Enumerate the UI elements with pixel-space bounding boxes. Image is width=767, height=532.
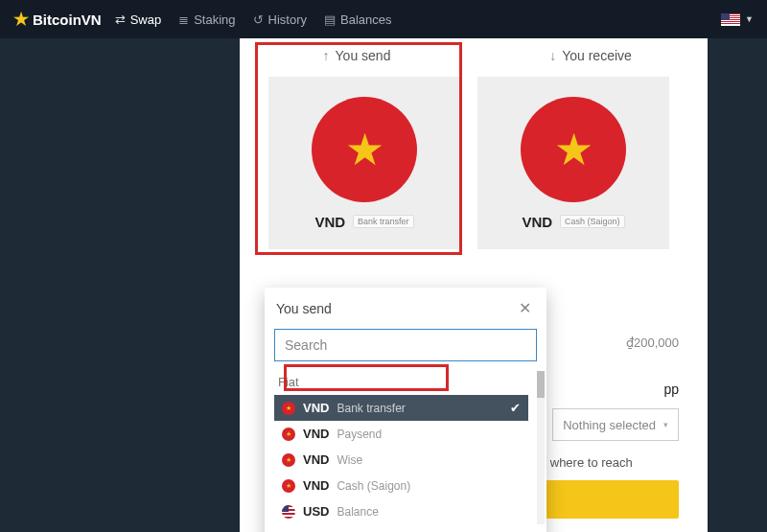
flag-vn-icon: ★	[521, 97, 626, 202]
dropdown-item-usd-balance[interactable]: USD Balance	[274, 498, 522, 524]
arrow-down-icon: ↓	[549, 48, 556, 63]
flag-vn-icon: ★	[312, 97, 417, 202]
you-receive-label: You receive	[562, 48, 632, 63]
item-code: VND	[303, 452, 329, 467]
search-input[interactable]	[274, 329, 537, 361]
history-icon: ↺	[253, 12, 264, 27]
item-code: VND	[303, 401, 329, 415]
flag-vn-icon: ★	[282, 479, 295, 493]
item-method: Cash (Saigon)	[337, 479, 410, 493]
nothing-selected-dropdown[interactable]: Nothing selected ▾	[552, 408, 679, 441]
star-icon: ★	[554, 124, 593, 175]
nav-balances-label: Balances	[340, 12, 391, 27]
receive-method: Cash (Saigon)	[560, 215, 625, 228]
nav-history-label: History	[268, 12, 307, 27]
nav-history[interactable]: ↺ History	[253, 12, 307, 27]
item-method: Wise	[337, 453, 362, 467]
you-receive-card[interactable]: ★ VND Cash (Saigon)	[477, 77, 669, 249]
swap-icon: ⇄	[115, 12, 126, 27]
arrow-up-icon: ↑	[323, 48, 330, 63]
dropdown-list: Fiat ★ VND Bank transfer ✔ ★ VND Paysend…	[265, 371, 546, 524]
you-send-label: You send	[336, 48, 391, 63]
close-icon[interactable]: ✕	[515, 297, 535, 319]
item-method: Balance	[337, 505, 378, 519]
balances-icon: ▤	[324, 12, 336, 27]
chevron-down-icon: ▼	[745, 14, 754, 24]
star-icon: ★	[345, 124, 384, 175]
dropdown-search-wrap	[265, 325, 546, 371]
item-code: VND	[303, 427, 329, 441]
dropdown-item-vnd-bank[interactable]: ★ VND Bank transfer ✔	[274, 395, 528, 421]
item-method: Bank transfer	[337, 402, 405, 415]
dropdown-title: You send	[276, 301, 332, 316]
receive-card-label: VND Cash (Saigon)	[522, 214, 624, 230]
flag-us-icon	[721, 13, 740, 26]
flag-vn-icon: ★	[282, 402, 295, 415]
item-method: Paysend	[337, 428, 382, 441]
nav-staking[interactable]: ≣ Staking	[178, 12, 235, 27]
brand-name: BitcoinVN	[33, 12, 102, 28]
item-code: VND	[303, 478, 329, 493]
dropdown-item-vnd-cash[interactable]: ★ VND Cash (Saigon)	[274, 473, 522, 498]
flag-vn-icon: ★	[282, 453, 295, 467]
flag-vn-icon: ★	[282, 428, 295, 441]
dropdown-header: You send ✕	[265, 288, 546, 325]
currency-dropdown: You send ✕ Fiat ★ VND Bank transfer ✔ ★ …	[265, 288, 546, 532]
header-left: ★ BitcoinVN ⇄ Swap ≣ Staking ↺ History ▤…	[13, 11, 392, 28]
chevron-down-icon: ▾	[663, 420, 668, 429]
item-code: USD	[303, 504, 329, 519]
send-receive-header: ↑ You send ↓ You receive	[240, 38, 708, 73]
cards-row: ★ VND Bank transfer ★ VND Cash (Saigon)	[240, 77, 708, 249]
send-currency: VND	[314, 214, 345, 230]
send-method: Bank transfer	[353, 215, 414, 228]
star-icon: ★	[13, 11, 29, 28]
dropdown-item-vnd-wise[interactable]: ★ VND Wise	[274, 447, 522, 473]
staking-icon: ≣	[178, 12, 189, 27]
check-icon: ✔	[510, 401, 521, 415]
nav-staking-label: Staking	[194, 12, 235, 27]
send-card-label: VND Bank transfer	[314, 214, 413, 230]
scrollbar[interactable]	[537, 371, 545, 524]
flag-us-icon	[282, 505, 295, 519]
dropdown-footer: USD₮	[265, 524, 546, 532]
receive-currency: VND	[522, 214, 552, 230]
brand-logo[interactable]: ★ BitcoinVN	[13, 11, 102, 28]
dropdown-item-vnd-paysend[interactable]: ★ VND Paysend	[274, 421, 522, 447]
main-nav: ⇄ Swap ≣ Staking ↺ History ▤ Balances	[115, 12, 392, 27]
app-header: ★ BitcoinVN ⇄ Swap ≣ Staking ↺ History ▤…	[0, 0, 767, 38]
nav-swap[interactable]: ⇄ Swap	[115, 12, 162, 27]
you-send-card[interactable]: ★ VND Bank transfer	[268, 77, 460, 249]
you-receive-header: ↓ You receive	[474, 38, 708, 73]
you-send-header: ↑ You send	[240, 38, 474, 73]
language-selector[interactable]: ▼	[721, 13, 754, 26]
select-placeholder: Nothing selected	[563, 418, 656, 432]
dropdown-category: Fiat	[274, 371, 546, 395]
pp-label: pp	[663, 382, 679, 397]
nav-balances[interactable]: ▤ Balances	[324, 12, 391, 27]
nav-swap-label: Swap	[130, 12, 162, 27]
amount-display: ₫200,000	[626, 335, 679, 350]
